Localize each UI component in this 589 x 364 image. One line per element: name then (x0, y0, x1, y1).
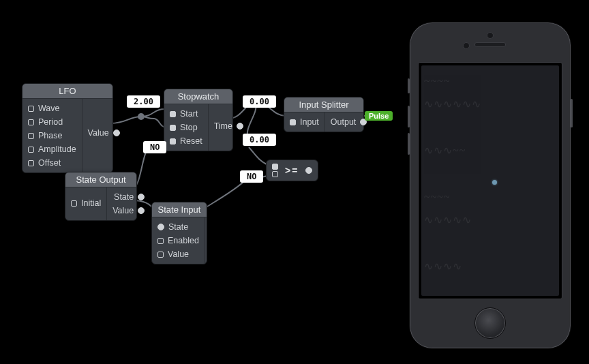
node-title: LFO (22, 84, 112, 99)
node-compare[interactable]: >= (266, 160, 318, 181)
port-in-a[interactable] (272, 163, 278, 170)
pulse-tag: Pulse (365, 111, 393, 121)
port-in-period[interactable]: Period (28, 115, 76, 129)
node-title: Input Splitter (284, 97, 363, 112)
svg-point-0 (138, 114, 144, 119)
mute-switch[interactable] (408, 78, 410, 93)
port-out-result[interactable] (305, 167, 312, 174)
port-in-offset[interactable]: Offset (28, 156, 76, 170)
device-preview-iphone: ~~~~∿∿∿∿∿∿∿∿∿~~~~~~∿∿∿∿∿∿∿∿∿ (409, 22, 571, 349)
edge-value-lfo: 2.00 (127, 95, 160, 108)
node-state-output[interactable]: State Output Initial State Value (65, 172, 137, 221)
port-in-value[interactable]: Value (157, 247, 199, 261)
animated-dot (492, 180, 497, 185)
screen-background-pattern: ~~~~∿∿∿∿∿∿∿∿∿~~~~~~∿∿∿∿∿∿∿∿∿ (421, 65, 559, 296)
volume-up-button[interactable] (408, 106, 410, 127)
port-in-stop[interactable]: Stop (170, 121, 202, 134)
node-state-input[interactable]: State Input State Enabled Value (151, 202, 207, 264)
port-out-value[interactable]: Value (88, 126, 120, 140)
node-title: State Output (65, 172, 136, 187)
node-title: Stopwatch (164, 89, 232, 104)
node-lfo[interactable]: LFO Wave Period Phase Amplitude Offset V… (22, 83, 113, 173)
port-out-state[interactable]: State (112, 190, 145, 204)
speaker-icon (474, 42, 506, 47)
port-in-reset[interactable]: Reset (170, 134, 202, 148)
edge-value-state: NO (143, 141, 166, 153)
port-out-output[interactable]: Output (331, 115, 367, 129)
port-in-b[interactable] (272, 170, 278, 178)
node-input-splitter[interactable]: Input Splitter Input Output (284, 97, 364, 132)
port-out-value[interactable]: Value (112, 204, 145, 217)
port-in-start[interactable]: Start (170, 107, 202, 121)
volume-down-button[interactable] (408, 133, 410, 155)
edge-value-compare: NO (240, 170, 263, 183)
compare-operator: >= (281, 165, 303, 176)
port-out-time[interactable]: Time (214, 119, 243, 133)
port-in-state[interactable]: State (157, 220, 199, 234)
edge-value-splitter: 0.00 (243, 134, 276, 146)
device-screen[interactable]: ~~~~∿∿∿∿∿∿∿∿∿~~~~~~∿∿∿∿∿∿∿∿∿ (418, 62, 562, 299)
port-in-input[interactable]: Input (290, 115, 319, 129)
node-stopwatch[interactable]: Stopwatch Start Stop Reset Time (164, 89, 233, 151)
sensor-icon (487, 32, 494, 39)
node-title: State Input (152, 202, 207, 217)
port-in-enabled[interactable]: Enabled (157, 234, 199, 247)
edge-value-time: 0.00 (243, 95, 276, 108)
port-in-phase[interactable]: Phase (28, 129, 76, 142)
port-in-amplitude[interactable]: Amplitude (28, 142, 76, 156)
home-button[interactable] (474, 307, 506, 339)
port-in-wave[interactable]: Wave (28, 102, 76, 115)
power-button[interactable] (571, 99, 573, 127)
camera-icon (463, 42, 470, 49)
port-in-initial[interactable]: Initial (71, 196, 101, 210)
